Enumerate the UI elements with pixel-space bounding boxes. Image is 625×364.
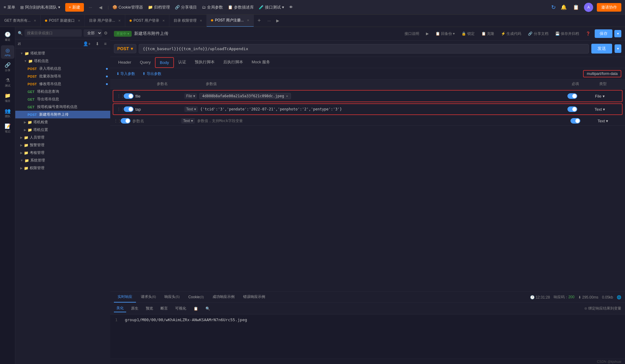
content-type-badge[interactable]: multipart/form-data [583, 70, 621, 77]
sidebar-project[interactable]: 📁 项目 [1, 91, 14, 105]
tab-dir-auth[interactable]: 目录 权限管理 ✕ [169, 15, 207, 27]
tab-post-script[interactable]: 后执行脚本 [219, 57, 247, 68]
tab-add-button[interactable]: + [254, 17, 265, 24]
sidebar-test[interactable]: ⚗ 测试 [1, 76, 14, 89]
tree-item-staff-mgmt[interactable]: ▶ 📁 人员管理 [15, 134, 110, 141]
tab-header[interactable]: Header [114, 58, 136, 68]
team-selector[interactable]: ⊞ 阿尔刻的私有团队 ▾ [18, 3, 63, 11]
share-button[interactable]: 🔗 分享项目 [175, 5, 197, 10]
tab-post-user-register[interactable]: POST 用户注册... ✕ [207, 15, 254, 27]
sidebar-apis[interactable]: ◎ APIs [1, 45, 14, 59]
tab-query[interactable]: Query [136, 58, 155, 68]
notification-button[interactable]: 📋 [572, 3, 580, 11]
status-badge[interactable]: 开发中 ▾ [114, 31, 132, 37]
search-input[interactable] [24, 29, 82, 37]
search-response-button[interactable]: 🔍 [203, 306, 213, 312]
copy-button[interactable]: 📋 [191, 306, 201, 312]
save-button[interactable]: 保存 [595, 29, 612, 38]
tap-value-input[interactable] [200, 107, 563, 111]
tree-item-tower-check[interactable]: ▶ 📁 塔机检查 [15, 118, 110, 126]
tree-item-system-mgmt[interactable]: ▼ 📁 系统管理 [15, 157, 110, 164]
method-selector[interactable]: POST ▾ [114, 44, 136, 53]
sync-icon[interactable]: ↻ [551, 4, 556, 11]
tab-dir-user-login[interactable]: 目录 用户登录... ✕ [85, 15, 125, 27]
preview-button[interactable]: 预览 [143, 305, 156, 312]
invite-button[interactable]: 邀请协作 [597, 3, 621, 12]
send-button[interactable]: 发送 [591, 44, 612, 54]
required-switch-placeholder[interactable] [570, 118, 580, 124]
share-tree-button[interactable]: 👤+ [82, 41, 92, 47]
send-more-button[interactable]: ▾ [615, 44, 621, 53]
tree-item-auth-mgmt[interactable]: ▶ 📁 权限管理 [15, 164, 110, 172]
tree-item-query-tower[interactable]: GET 塔机信息查询 [15, 88, 110, 95]
resp-tab-realtime[interactable]: 实时响应 [114, 292, 136, 303]
bind-response-label[interactable]: ⊙ 绑定响应结果到变量 [584, 306, 621, 311]
tree-item-enter-tower[interactable]: POST 录入塔机信息 [15, 65, 110, 72]
tree-item-alert-mgmt[interactable]: ▶ 📁 预警管理 [15, 141, 110, 149]
search-settings-button[interactable]: ⚙ [104, 31, 108, 35]
tab-close[interactable]: ✕ [34, 19, 36, 22]
visualize-button[interactable]: 可视化 [173, 305, 189, 312]
type-selector-tap[interactable]: Text ▾ [582, 107, 618, 112]
tab-pre-script[interactable]: 预执行脚本 [190, 57, 219, 68]
remove-file-icon[interactable]: ✕ [286, 94, 288, 98]
tab-close[interactable]: ✕ [118, 19, 121, 22]
download-button[interactable]: ⬇ [94, 41, 100, 47]
sidebar-recent[interactable]: 🕐 最近 [1, 30, 14, 43]
drag-handle[interactable]: ⋮⋮ [114, 119, 119, 123]
raw-button[interactable]: 原生 [129, 305, 141, 312]
tab-auth[interactable]: 认证 [174, 57, 190, 68]
tab-post-user-login[interactable]: POST 用户登录 ✕ [125, 15, 169, 27]
resp-tab-error-example[interactable]: 错误响应示例 [239, 292, 269, 303]
new-button[interactable]: + 新建 [65, 3, 84, 12]
nav-back-button[interactable]: ◀ [97, 4, 104, 11]
help-button[interactable]: ❓ [583, 30, 593, 37]
tab-close[interactable]: ✕ [247, 19, 249, 22]
run-button[interactable]: ▶ [424, 30, 431, 37]
tree-item-upload-attachment[interactable]: POST 新建塔吊附件上传 [15, 111, 110, 118]
lock-button[interactable]: 🔒 锁定 [459, 30, 477, 38]
required-switch-file[interactable] [567, 93, 577, 99]
clone-button[interactable]: 📋 克隆 [479, 30, 497, 38]
resp-tab-req-headers[interactable]: 请求头(6) [137, 292, 160, 303]
cookie-manager-button[interactable]: 🍪 Cookie管理器 [112, 5, 143, 10]
value-type-tap[interactable]: Text ▾ [184, 106, 198, 112]
bell-button[interactable]: 🔔 [559, 3, 568, 11]
type-selector-placeholder[interactable]: Text ▾ [585, 119, 621, 123]
tree-item-tower-location[interactable]: ▶ 📁 塔机位置 [15, 126, 110, 134]
tree-item-modify-tower[interactable]: POST 修改塔吊信息 [15, 80, 110, 88]
type-selector-file[interactable]: File ▾ [582, 94, 618, 98]
tab-body[interactable]: Body [155, 57, 174, 68]
sidebar-share[interactable]: 🔗 分享 [1, 61, 14, 74]
assert-button[interactable]: 断言 [158, 305, 170, 312]
tree-item-tower-mgmt[interactable]: ▼ 📁 塔机管理 [15, 50, 110, 57]
required-switch-tap[interactable] [567, 106, 577, 112]
row-toggle-tap[interactable] [124, 106, 134, 112]
save-more-button[interactable]: ▾ [614, 30, 621, 37]
url-input[interactable] [139, 44, 589, 54]
backup-button[interactable]: 📋 回备份 ▾ [433, 30, 457, 38]
save-archive-button[interactable]: 💾 保存并归档 [553, 30, 582, 38]
tree-item-batch-add[interactable]: POST 批量添加塔吊 [15, 72, 110, 80]
tab-close[interactable]: ✕ [78, 19, 80, 22]
avatar[interactable]: A [584, 3, 593, 12]
placeholder-value[interactable] [197, 119, 566, 123]
export-params-button[interactable]: ⬆ 导出参数 [140, 70, 164, 77]
tab-post-new-api[interactable]: POST 新建接口 ✕ [41, 15, 85, 27]
value-type-placeholder[interactable]: Text ▾ [181, 118, 195, 124]
beautify-button[interactable]: 美化 [114, 305, 126, 312]
tree-item-exam-mgmt[interactable]: ▶ 📁 考核管理 [15, 149, 110, 157]
tab-get-query[interactable]: GET 查询所有... ✕ [0, 15, 41, 27]
placeholder-name-input[interactable] [132, 119, 181, 123]
tab-more-button[interactable]: ··· [264, 18, 274, 23]
share-doc-button[interactable]: 🔗 分享文档 [525, 30, 551, 38]
drag-handle[interactable]: ⋮⋮ [117, 107, 122, 111]
api-description-button[interactable]: 接口说明 [402, 30, 422, 38]
tab-mock[interactable]: Mock 服务 [247, 57, 275, 68]
sidebar-team[interactable]: 👥 团队 [1, 106, 14, 120]
archive-button[interactable]: 📁 归档管理 [148, 5, 170, 10]
resp-tab-success-example[interactable]: 成功响应示例 [209, 292, 238, 303]
placeholder-value-input[interactable] [197, 119, 566, 123]
list-view-button[interactable]: ≡ [103, 41, 108, 47]
menu-button[interactable]: ≡ 菜单 [4, 5, 15, 10]
